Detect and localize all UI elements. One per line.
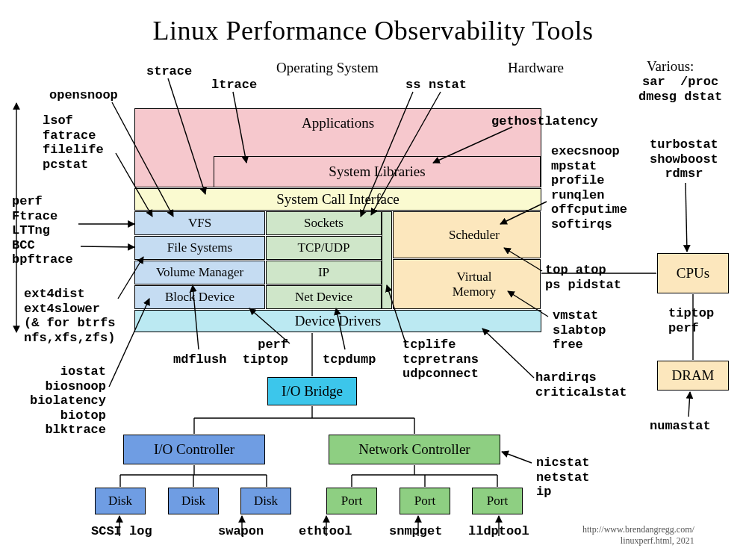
label-vfs: VFS — [188, 216, 211, 231]
label-net-device: Net Device — [295, 290, 352, 305]
tool-numastat: numastat — [650, 419, 711, 434]
tool-vmstat-group: vmstat slabtop free — [553, 308, 606, 352]
header-various: Various: — [647, 58, 694, 75]
tool-gethostlatency: gethostlatency — [491, 114, 598, 129]
label-sockets: Sockets — [304, 216, 344, 231]
label-syscall-interface: System Call Interface — [276, 191, 400, 208]
tool-scsi-log: SCSI log — [91, 524, 152, 539]
box-sockets: Sockets — [266, 211, 382, 235]
tool-nicstat-group: nicstat netstat ip — [536, 455, 589, 500]
box-virtual-memory: Virtual Memory — [393, 259, 541, 309]
label-port-3: Port — [487, 494, 508, 508]
svg-line-18 — [502, 452, 532, 463]
tool-tiptop-perf: tiptop perf — [668, 306, 714, 335]
box-file-systems: File Systems — [134, 236, 265, 260]
label-volume-manager: Volume Manager — [156, 265, 243, 280]
tool-snmpget: snmpget — [389, 524, 442, 539]
page-title: Linux Performance Observability Tools — [0, 15, 746, 46]
box-block-device: Block Device — [134, 285, 265, 309]
label-cpus: CPUs — [677, 265, 709, 281]
label-disk-2: Disk — [181, 494, 205, 508]
tool-perf-group: perf Ftrace LTTng BCC bpftrace — [12, 194, 73, 267]
svg-line-16 — [482, 329, 534, 378]
label-network-controller: Network Controller — [358, 441, 470, 458]
label-dram: DRAM — [671, 367, 714, 384]
box-network-controller: Network Controller — [329, 435, 500, 464]
label-block-device: Block Device — [165, 290, 234, 305]
svg-line-17 — [689, 392, 690, 417]
box-green-strip — [382, 211, 392, 309]
box-net-device: Net Device — [266, 285, 382, 309]
box-port-3: Port — [472, 488, 523, 514]
footer-credit: http://www.brendangregg.com/ linuxperf.h… — [582, 524, 694, 547]
box-disk-2: Disk — [168, 488, 219, 514]
tool-ltrace: ltrace — [211, 78, 257, 93]
box-disk-1: Disk — [95, 488, 146, 514]
label-virtual-memory: Virtual Memory — [453, 270, 497, 299]
box-tcp-udp: TCP/UDP — [266, 236, 382, 260]
label-disk-3: Disk — [254, 494, 278, 508]
tool-tcpdump: tcpdump — [323, 352, 376, 367]
label-io-controller: I/O Controller — [154, 441, 234, 458]
tool-lsof-group: lsof fatrace filelife pcstat — [43, 113, 104, 172]
box-io-controller: I/O Controller — [123, 435, 265, 464]
tool-nstat: nstat — [429, 78, 467, 93]
tool-iostat-group: iostat biosnoop biolatency biotop blktra… — [24, 364, 106, 438]
box-system-libraries: System Libraries — [214, 156, 541, 187]
tool-opensnoop: opensnoop — [49, 88, 118, 103]
label-port-2: Port — [414, 494, 435, 508]
box-vfs: VFS — [134, 211, 265, 235]
header-hardware: Hardware — [508, 60, 564, 76]
label-applications: Applications — [302, 115, 374, 131]
tool-turbostat-group: turbostat showboost rdmsr — [650, 137, 718, 181]
label-disk-1: Disk — [108, 494, 132, 508]
tool-perf-tiptop: perf tiptop — [239, 337, 288, 367]
header-os: Operating System — [276, 60, 379, 76]
tool-tcplife-group: tcplife tcpretrans udpconnect — [402, 337, 479, 382]
tool-top-group: top atop ps pidstat — [545, 263, 621, 292]
box-disk-3: Disk — [240, 488, 291, 514]
box-io-bridge: I/O Bridge — [267, 377, 357, 405]
tool-mdflush: mdflush — [173, 352, 226, 367]
label-device-drivers: Device Drivers — [295, 313, 382, 329]
box-cpus: CPUs — [657, 253, 729, 293]
box-scheduler: Scheduler — [393, 211, 541, 258]
box-dram: DRAM — [657, 361, 729, 391]
tool-swapon: swapon — [218, 524, 264, 539]
box-device-drivers: Device Drivers — [134, 310, 541, 332]
box-ip: IP — [266, 261, 382, 284]
label-ip: IP — [318, 265, 329, 280]
box-port-2: Port — [400, 488, 450, 514]
tool-lldptool: lldptool — [468, 524, 529, 539]
label-file-systems: File Systems — [167, 240, 232, 255]
tool-ext4-group: ext4dist ext4slower (& for btrfs nfs,xfs… — [24, 287, 115, 345]
svg-line-13 — [686, 183, 687, 252]
label-port-1: Port — [341, 494, 362, 508]
label-system-libraries: System Libraries — [329, 164, 425, 180]
label-tcp-udp: TCP/UDP — [298, 240, 350, 255]
box-volume-manager: Volume Manager — [134, 261, 265, 284]
various-tools: sar /proc dmesg dstat — [638, 75, 722, 104]
tool-ss: ss — [405, 78, 420, 93]
svg-line-8 — [81, 246, 134, 247]
tool-ethtool: ethtool — [299, 524, 352, 539]
label-io-bridge: I/O Bridge — [282, 383, 343, 399]
tool-hardirqs-group: hardirqs criticalstat — [535, 370, 627, 399]
box-syscall-interface: System Call Interface — [134, 188, 541, 211]
box-port-1: Port — [326, 488, 377, 514]
label-scheduler: Scheduler — [449, 228, 500, 243]
tool-strace: strace — [146, 64, 192, 79]
tool-execsnoop-group: execsnoop mpstat profile runqlen offcput… — [551, 144, 627, 231]
